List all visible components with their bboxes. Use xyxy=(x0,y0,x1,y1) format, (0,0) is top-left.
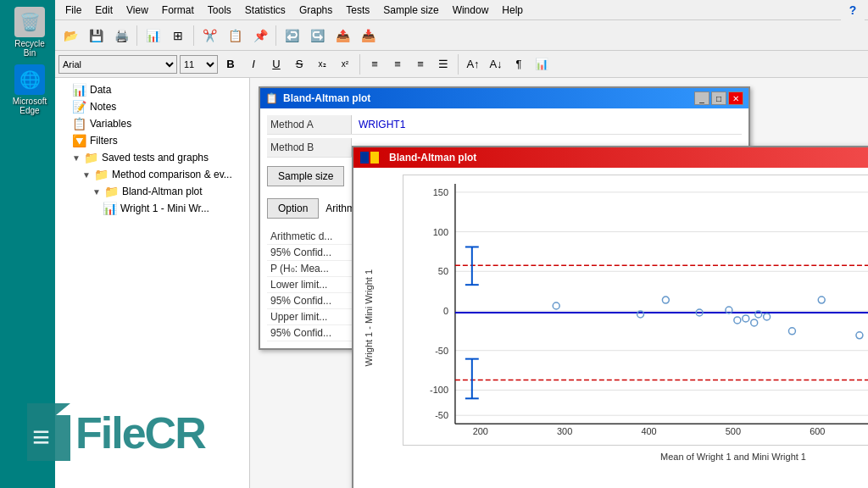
method-a-label: Method A xyxy=(267,115,352,134)
italic-button[interactable]: I xyxy=(243,55,264,74)
svg-text:200: 200 xyxy=(473,426,488,436)
svg-point-43 xyxy=(764,313,771,320)
insert-btn[interactable]: 📊 xyxy=(531,55,552,74)
menu-file[interactable]: File xyxy=(58,3,88,18)
close-btn[interactable]: ✕ xyxy=(728,92,743,105)
tree-item-wright-mini[interactable]: 📊 Wright 1 - Mini Wr... xyxy=(58,200,246,217)
y-axis-label: Wright 1 - Mini Wright 1 xyxy=(364,269,374,367)
minimize-btn[interactable]: _ xyxy=(694,92,709,105)
menu-help[interactable]: Help xyxy=(495,3,530,18)
print-btn[interactable]: 🖨️ xyxy=(109,24,133,47)
tree-label-wright-mini: Wright 1 - Mini Wr... xyxy=(120,202,209,214)
menu-edit[interactable]: Edit xyxy=(88,3,120,18)
svg-text:50: 50 xyxy=(438,266,448,276)
grid-btn[interactable]: ⊞ xyxy=(166,24,190,47)
svg-text:≡: ≡ xyxy=(32,419,50,454)
sep2 xyxy=(193,25,194,46)
new-data-btn[interactable]: 📊 xyxy=(141,24,164,47)
menu-format[interactable]: Format xyxy=(155,3,201,18)
svg-marker-1 xyxy=(27,403,70,415)
svg-point-45 xyxy=(818,297,825,303)
svg-text:0: 0 xyxy=(443,306,448,316)
svg-text:500: 500 xyxy=(726,426,741,436)
chart-svg: 150 100 50 0 -50 -100 -50 200 300 400 xyxy=(403,175,868,446)
svg-point-44 xyxy=(788,328,795,335)
align-left-btn[interactable]: ≡ xyxy=(364,55,385,74)
menu-bar: File Edit View Format Tools Statistics G… xyxy=(55,0,868,20)
tree-item-method-comparison[interactable]: ▼ 📁 Method comparison & ev... xyxy=(58,166,246,183)
bold-button[interactable]: B xyxy=(220,55,241,74)
x-axis-label: Mean of Wright 1 and Mini Wright 1 xyxy=(660,452,806,462)
bland-altman-icon: 📁 xyxy=(104,185,119,198)
tree-label-saved-tests: Saved tests and graphs xyxy=(102,152,209,164)
tree-item-bland-altman[interactable]: ▼ 📁 Bland-Altman plot xyxy=(58,183,246,200)
open-folder-btn[interactable]: 📂 xyxy=(58,24,82,47)
redo-btn[interactable]: ↪️ xyxy=(305,24,329,47)
undo-btn[interactable]: ↩️ xyxy=(280,24,303,47)
tree-label-data: Data xyxy=(90,84,111,96)
svg-point-39 xyxy=(743,315,749,322)
svg-point-42 xyxy=(734,317,741,324)
method-a-value: WRIGHT1 xyxy=(352,115,742,134)
menu-statistics[interactable]: Statistics xyxy=(238,3,292,18)
font-selector[interactable]: Arial xyxy=(58,55,177,74)
save-btn[interactable]: 💾 xyxy=(84,24,108,47)
superscript-button[interactable]: x² xyxy=(335,55,355,74)
ba-plot-title-text: Bland-Altman plot xyxy=(389,152,476,164)
data-icon: 📊 xyxy=(72,83,86,97)
menu-tests[interactable]: Tests xyxy=(339,3,376,18)
sample-size-btn[interactable]: Sample size xyxy=(267,166,344,186)
copy-btn[interactable]: 📋 xyxy=(223,24,247,47)
recycle-bin-icon[interactable]: 🗑️ RecycleBin xyxy=(14,7,45,58)
menu-graphs[interactable]: Graphs xyxy=(292,3,339,18)
tree-label-bland-altman: Bland-Altman plot xyxy=(122,186,203,197)
edge-icon[interactable]: 🌐 MicrosoftEdge xyxy=(13,64,47,115)
ba-plot-titlebar: Bland-Altman plot _ □ ✕ xyxy=(353,147,868,168)
ba-plot-window: Bland-Altman plot _ □ ✕ Wright 1 - Min xyxy=(352,146,868,488)
underline-button[interactable]: U xyxy=(266,55,287,74)
menu-tools[interactable]: Tools xyxy=(201,3,238,18)
font-size-up-btn[interactable]: A↑ xyxy=(463,55,483,74)
svg-text:-50: -50 xyxy=(435,346,448,356)
ba-bg-controls: _ □ ✕ xyxy=(694,92,743,105)
tree-item-saved-tests[interactable]: ▼ 📁 Saved tests and graphs xyxy=(58,149,246,166)
subscript-button[interactable]: x₂ xyxy=(312,55,332,74)
menu-sample-size[interactable]: Sample size xyxy=(376,3,445,18)
flag-icon xyxy=(360,152,379,164)
svg-text:400: 400 xyxy=(641,426,656,436)
tree-label-filters: Filters xyxy=(90,135,118,147)
font-size-down-btn[interactable]: A↓ xyxy=(486,55,506,74)
filecr-watermark: ≡ FileCR xyxy=(25,403,205,463)
strikethrough-button[interactable]: S xyxy=(289,55,309,74)
flag-blue xyxy=(360,152,369,164)
tree-item-data[interactable]: 📊 Data xyxy=(58,81,246,98)
wright-mini-icon: 📊 xyxy=(103,202,117,215)
format-extra-btn[interactable]: ¶ xyxy=(509,55,529,74)
notes-icon: 📝 xyxy=(72,100,86,114)
help-button[interactable]: ? xyxy=(841,0,865,22)
menu-window[interactable]: Window xyxy=(446,3,496,18)
option-btn[interactable]: Option xyxy=(267,198,319,219)
method-comparison-icon: 📁 xyxy=(94,168,108,181)
flag-yellow xyxy=(370,152,379,164)
method-a-row: Method A WRIGHT1 xyxy=(267,115,742,135)
align-center-btn[interactable]: ≡ xyxy=(387,55,408,74)
font-size-selector[interactable]: 11 xyxy=(180,55,218,74)
saved-tests-icon: 📁 xyxy=(84,151,98,164)
expand3-icon: ▼ xyxy=(92,187,101,197)
menu-view[interactable]: View xyxy=(120,3,155,18)
cut-btn[interactable]: ✂️ xyxy=(198,24,221,47)
format-toolbar: Arial 11 B I U S x₂ x² ≡ ≡ ≡ ☰ A↑ A↓ ¶ 📊 xyxy=(55,51,868,78)
tree-item-notes[interactable]: 📝 Notes xyxy=(58,98,246,115)
align-right-btn[interactable]: ≡ xyxy=(410,55,431,74)
paste-btn[interactable]: 📌 xyxy=(248,24,272,47)
action-btn[interactable]: 📤 xyxy=(331,24,354,47)
list-btn[interactable]: ☰ xyxy=(433,55,453,74)
import-btn[interactable]: 📥 xyxy=(356,24,380,47)
right-panel: 📋 Bland-Altman plot _ □ ✕ Method A WRIGH… xyxy=(250,78,868,488)
tree-item-filters[interactable]: 🔽 Filters xyxy=(58,132,246,149)
tree-label-method-comparison: Method comparison & ev... xyxy=(112,169,232,180)
svg-text:-100: -100 xyxy=(430,385,448,395)
maximize-btn[interactable]: □ xyxy=(711,92,726,105)
tree-item-variables[interactable]: 📋 Variables xyxy=(58,115,246,132)
